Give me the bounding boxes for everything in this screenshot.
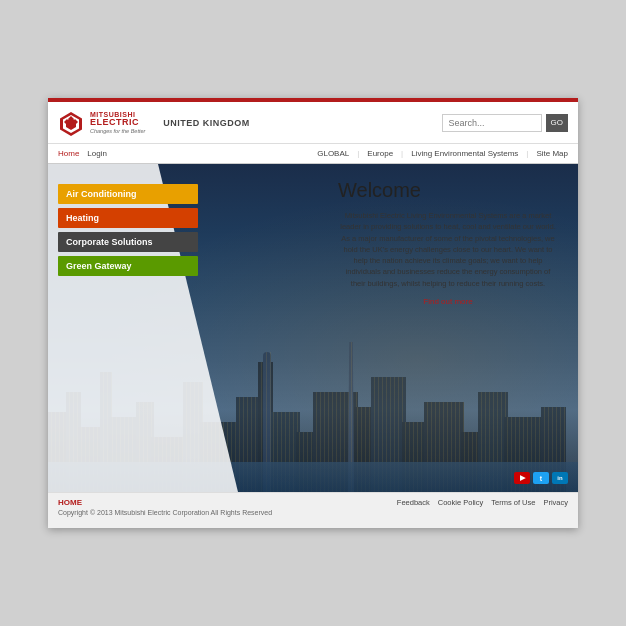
left-menu-panel: Air Conditioning Heating Corporate Solut… [58,184,198,276]
find-out-more-link[interactable]: Find out more [338,297,558,306]
footer-terms-link[interactable]: Terms of Use [491,498,535,507]
footer-feedback-link[interactable]: Feedback [397,498,430,507]
footer-links: Feedback Cookie Policy Terms of Use Priv… [397,498,568,507]
nav-right: GLOBAL | Europe | Living Environmental S… [317,149,568,158]
nav-sitemap-link[interactable]: Site Map [536,149,568,158]
nav-global-link[interactable]: GLOBAL [317,149,349,158]
hero-section: Air Conditioning Heating Corporate Solut… [48,164,578,492]
footer-top: HOME Feedback Cookie Policy Terms of Use… [58,498,568,507]
linkedin-icon[interactable]: in [552,472,568,484]
header-search: GO [442,114,568,132]
footer-privacy-link[interactable]: Privacy [543,498,568,507]
menu-item-green-gateway[interactable]: Green Gateway [58,256,198,276]
menu-item-corporate[interactable]: Corporate Solutions [58,232,198,252]
footer-copyright: Copyright © 2013 Mitsubishi Electric Cor… [58,509,568,516]
footer-home-link[interactable]: HOME [58,498,82,507]
youtube-icon[interactable]: ▶ [514,472,530,484]
region-label: UNITED KINGDOM [163,118,250,128]
welcome-body-text: Mitsubishi Electric Living Environmental… [338,210,558,289]
nav-bar: Home Login GLOBAL | Europe | Living Envi… [48,144,578,164]
menu-item-air-conditioning[interactable]: Air Conditioning [58,184,198,204]
nav-home-link[interactable]: Home [58,149,79,158]
brand-tagline: Changes for the Better [90,128,145,134]
welcome-panel: Welcome Mitsubishi Electric Living Envir… [338,179,558,306]
search-input[interactable] [442,114,542,132]
header: MITSUBISHI ELECTRIC Changes for the Bett… [48,102,578,144]
welcome-title: Welcome [338,179,558,202]
outer-wrapper: MITSUBISHI ELECTRIC Changes for the Bett… [0,0,626,626]
site-container: MITSUBISHI ELECTRIC Changes for the Bett… [48,98,578,528]
twitter-icon[interactable]: t [533,472,549,484]
footer-cookie-link[interactable]: Cookie Policy [438,498,483,507]
social-icons: ▶ t in [514,472,568,484]
brand-main: ELECTRIC [90,118,145,128]
mitsubishi-logo-icon [58,110,84,136]
nav-europe-link[interactable]: Europe [367,149,393,158]
logo-text-area: MITSUBISHI ELECTRIC Changes for the Bett… [90,111,145,135]
search-button[interactable]: GO [546,114,568,132]
nav-login-link[interactable]: Login [87,149,107,158]
nav-left: Home Login [58,149,107,158]
logo-area: MITSUBISHI ELECTRIC Changes for the Bett… [58,110,250,136]
menu-item-heating[interactable]: Heating [58,208,198,228]
nav-living-env-link[interactable]: Living Environmental Systems [411,149,518,158]
footer: HOME Feedback Cookie Policy Terms of Use… [48,492,578,528]
